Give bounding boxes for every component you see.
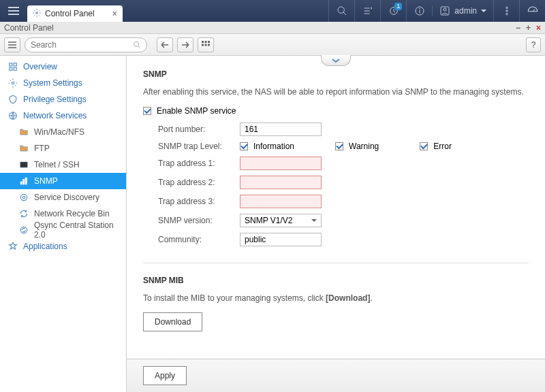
svg-rect-28 bbox=[10, 63, 12, 66]
svg-point-38 bbox=[20, 194, 27, 200]
tasks-button[interactable] bbox=[354, 0, 380, 22]
shield-icon bbox=[8, 95, 18, 104]
svg-rect-31 bbox=[14, 67, 16, 70]
nav-back-button[interactable] bbox=[157, 37, 173, 52]
mib-description: To install the MIB to your managing syst… bbox=[143, 293, 529, 303]
sidebar-item-label: Telnet / SSH bbox=[34, 160, 80, 169]
level-warn-label: Warning bbox=[349, 142, 379, 151]
maximize-button[interactable]: + bbox=[526, 23, 531, 33]
snmp-description: After enabling this service, the NAS wil… bbox=[143, 87, 529, 97]
port-input[interactable] bbox=[240, 122, 322, 136]
svg-rect-37 bbox=[25, 178, 27, 184]
nav-forward-button[interactable] bbox=[177, 37, 193, 52]
sidebar-item-label: System Settings bbox=[23, 78, 82, 88]
sidebar-item-system-settings[interactable]: System Settings bbox=[0, 75, 126, 91]
close-button[interactable]: × bbox=[536, 23, 541, 33]
level-error-checkbox[interactable] bbox=[420, 142, 428, 150]
community-input[interactable] bbox=[240, 233, 322, 246]
svg-point-13 bbox=[505, 10, 507, 12]
svg-point-20 bbox=[134, 42, 139, 46]
level-warn-checkbox[interactable] bbox=[335, 142, 343, 150]
search-input[interactable] bbox=[25, 37, 147, 52]
svg-rect-36 bbox=[23, 180, 25, 184]
svg-rect-35 bbox=[20, 182, 22, 184]
sidebar-item-network-services[interactable]: Network Services bbox=[0, 108, 126, 124]
enable-snmp-label: Enable SNMP service bbox=[157, 106, 236, 116]
grid-view-button[interactable] bbox=[198, 37, 214, 52]
trap1-input[interactable] bbox=[240, 157, 322, 170]
trap1-label: Trap address 1: bbox=[158, 159, 240, 168]
ftp-icon bbox=[19, 144, 29, 153]
dashboard-button[interactable] bbox=[519, 0, 545, 22]
folder-icon bbox=[19, 127, 29, 137]
level-info-label: Information bbox=[253, 142, 294, 151]
svg-rect-29 bbox=[14, 63, 16, 66]
sidebar-item-overview[interactable]: Overview bbox=[0, 59, 126, 75]
sidebar-item-service-discovery[interactable]: Service Discovery bbox=[0, 189, 126, 206]
apply-button[interactable]: Apply bbox=[143, 366, 187, 385]
sidebar-item-applications[interactable]: Applications bbox=[0, 238, 126, 255]
globe-icon bbox=[8, 111, 18, 120]
search-icon bbox=[133, 41, 141, 49]
version-select[interactable]: SNMP V1/V2 bbox=[240, 214, 322, 227]
sidebar-item-label: SNMP bbox=[34, 176, 58, 186]
enable-snmp-checkbox[interactable] bbox=[143, 107, 151, 115]
svg-rect-24 bbox=[208, 41, 210, 43]
topbar: Control Panel × 1 admin bbox=[0, 0, 545, 22]
sidebar: Overview System Settings Privilege Setti… bbox=[0, 56, 127, 392]
trap-level-label: SNMP trap Level: bbox=[158, 142, 240, 151]
apps-icon bbox=[8, 242, 18, 251]
port-label: Port number: bbox=[158, 125, 240, 134]
toolbar: ? bbox=[0, 34, 545, 56]
svg-rect-27 bbox=[208, 44, 210, 46]
search-button[interactable] bbox=[328, 0, 354, 22]
svg-rect-25 bbox=[202, 44, 204, 46]
sidebar-item-snmp[interactable]: SNMP bbox=[0, 173, 126, 189]
tab-control-panel[interactable]: Control Panel × bbox=[27, 5, 123, 22]
list-view-button[interactable] bbox=[4, 37, 20, 52]
sidebar-item-ftp[interactable]: FTP bbox=[0, 140, 126, 157]
content-footer: Apply bbox=[127, 359, 545, 392]
info-button[interactable] bbox=[406, 0, 432, 22]
sidebar-item-label: Network Recycle Bin bbox=[34, 209, 110, 218]
svg-point-3 bbox=[36, 12, 38, 14]
svg-point-11 bbox=[443, 8, 446, 11]
expand-panel-button[interactable] bbox=[321, 55, 351, 66]
sidebar-item-privilege-settings[interactable]: Privilege Settings bbox=[0, 91, 126, 108]
sidebar-item-label: Applications bbox=[23, 242, 67, 251]
gear-icon bbox=[8, 78, 18, 88]
user-icon bbox=[439, 5, 450, 16]
help-button[interactable]: ? bbox=[526, 37, 541, 52]
svg-point-4 bbox=[338, 7, 344, 13]
user-menu[interactable]: admin bbox=[432, 5, 493, 16]
level-error-label: Error bbox=[433, 142, 452, 151]
snmp-icon bbox=[19, 176, 29, 186]
trap2-input[interactable] bbox=[240, 176, 322, 189]
trap2-label: Trap address 2: bbox=[158, 178, 240, 187]
svg-rect-1 bbox=[8, 10, 19, 12]
sidebar-item-telnet-ssh[interactable]: Telnet / SSH bbox=[0, 157, 126, 173]
svg-rect-34 bbox=[20, 162, 28, 167]
sidebar-item-win-mac-nfs[interactable]: Win/Mac/NFS bbox=[0, 124, 126, 140]
close-icon[interactable]: × bbox=[112, 9, 117, 18]
discovery-icon bbox=[19, 193, 29, 202]
sidebar-item-label: FTP bbox=[34, 144, 50, 153]
svg-point-9 bbox=[419, 8, 420, 9]
sidebar-item-qsync[interactable]: Qsync Central Station 2.0 bbox=[0, 222, 126, 238]
sync-icon bbox=[19, 225, 29, 235]
terminal-icon bbox=[19, 160, 29, 169]
section-title-snmp: SNMP bbox=[143, 69, 529, 79]
sidebar-item-label: Overview bbox=[23, 62, 57, 71]
minimize-button[interactable]: − bbox=[516, 23, 520, 33]
gear-icon bbox=[33, 9, 41, 19]
hamburger-menu-button[interactable] bbox=[0, 0, 27, 22]
download-button[interactable]: Download bbox=[143, 312, 202, 331]
svg-line-21 bbox=[138, 46, 140, 48]
sidebar-item-network-recycle-bin[interactable]: Network Recycle Bin bbox=[0, 206, 126, 222]
trap3-input[interactable] bbox=[240, 195, 322, 208]
version-label: SNMP version: bbox=[158, 216, 240, 225]
level-info-checkbox[interactable] bbox=[240, 142, 248, 150]
sidebar-item-label: Qsync Central Station 2.0 bbox=[34, 220, 118, 240]
notifications-button[interactable]: 1 bbox=[380, 0, 406, 22]
more-button[interactable] bbox=[493, 0, 519, 22]
